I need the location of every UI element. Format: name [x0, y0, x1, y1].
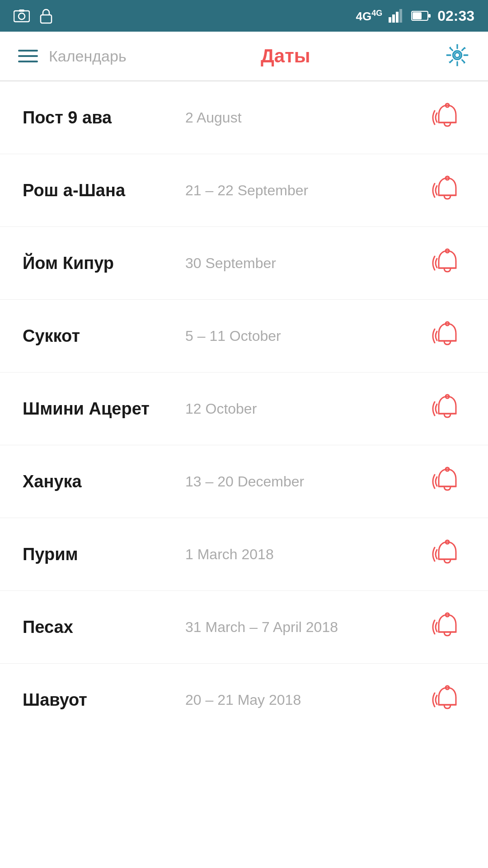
holiday-name: Шавуот	[23, 690, 176, 710]
svg-rect-2	[19, 9, 24, 12]
bell-button[interactable]	[429, 245, 465, 281]
bell-button[interactable]	[429, 99, 465, 136]
page-title: Даты	[261, 45, 310, 67]
list-item: Шавуот 20 – 21 May 2018	[0, 664, 488, 736]
svg-rect-5	[392, 14, 395, 23]
list-item: Йом Кипур 30 September	[0, 227, 488, 300]
svg-line-18	[462, 60, 465, 63]
network-label: 4G4G	[356, 9, 382, 24]
holiday-name: Йом Кипур	[23, 254, 176, 273]
holiday-name: Песах	[23, 618, 176, 637]
bell-button[interactable]	[429, 536, 465, 572]
list-item: Пурим 1 March 2018	[0, 518, 488, 591]
holiday-name: Ханука	[23, 472, 176, 491]
toolbar: Календарь Даты	[0, 32, 488, 81]
bell-button[interactable]	[429, 682, 465, 718]
holiday-name: Суккот	[23, 326, 176, 346]
svg-point-1	[19, 13, 25, 19]
holiday-date: 5 – 11 October	[176, 326, 429, 346]
holiday-name: Шмини Ацерет	[23, 399, 176, 419]
menu-button[interactable]	[18, 50, 38, 62]
svg-rect-9	[413, 12, 422, 19]
photo-icon	[14, 8, 30, 24]
svg-rect-3	[41, 15, 52, 23]
svg-line-20	[450, 60, 453, 63]
status-bar-left	[14, 8, 54, 24]
bell-button[interactable]	[429, 463, 465, 500]
holiday-date: 20 – 21 May 2018	[176, 690, 429, 710]
holiday-date: 13 – 20 December	[176, 472, 429, 492]
svg-rect-4	[389, 17, 391, 23]
holiday-date: 12 October	[176, 399, 429, 419]
svg-line-19	[462, 48, 465, 51]
settings-button[interactable]	[445, 42, 470, 70]
holiday-date: 31 March – 7 April 2018	[176, 617, 429, 637]
list-item: Рош а-Шана 21 – 22 September	[0, 154, 488, 227]
holiday-name: Пурим	[23, 545, 176, 564]
bell-button[interactable]	[429, 318, 465, 354]
svg-rect-7	[399, 9, 402, 23]
holiday-date: 30 September	[176, 253, 429, 274]
bell-button[interactable]	[429, 172, 465, 208]
bell-button[interactable]	[429, 609, 465, 645]
bell-button[interactable]	[429, 391, 465, 427]
list-item: Песах 31 March – 7 April 2018	[0, 591, 488, 664]
svg-rect-6	[396, 12, 399, 23]
toolbar-left: Календарь	[18, 47, 127, 65]
holiday-date: 21 – 22 September	[176, 180, 429, 201]
svg-line-17	[450, 48, 453, 51]
holiday-name: Рош а-Шана	[23, 181, 176, 200]
holiday-date: 1 March 2018	[176, 544, 429, 565]
list-item: Ханука 13 – 20 December	[0, 445, 488, 518]
breadcrumb: Календарь	[49, 47, 127, 65]
status-bar-right: 4G4G 02:33	[356, 8, 474, 24]
list-item: Шмини Ацерет 12 October	[0, 373, 488, 445]
holiday-name: Пост 9 ава	[23, 108, 176, 127]
list-item: Пост 9 ава 2 August	[0, 81, 488, 154]
status-bar: 4G4G 02:33	[0, 0, 488, 32]
time-label: 02:33	[437, 8, 474, 24]
dates-list: Пост 9 ава 2 August Рош а-Шана 21 – 22 S…	[0, 81, 488, 736]
svg-rect-0	[14, 11, 29, 22]
list-item: Суккот 5 – 11 October	[0, 300, 488, 373]
holiday-date: 2 August	[176, 108, 429, 128]
lock-icon	[38, 8, 54, 24]
svg-rect-10	[428, 14, 431, 18]
